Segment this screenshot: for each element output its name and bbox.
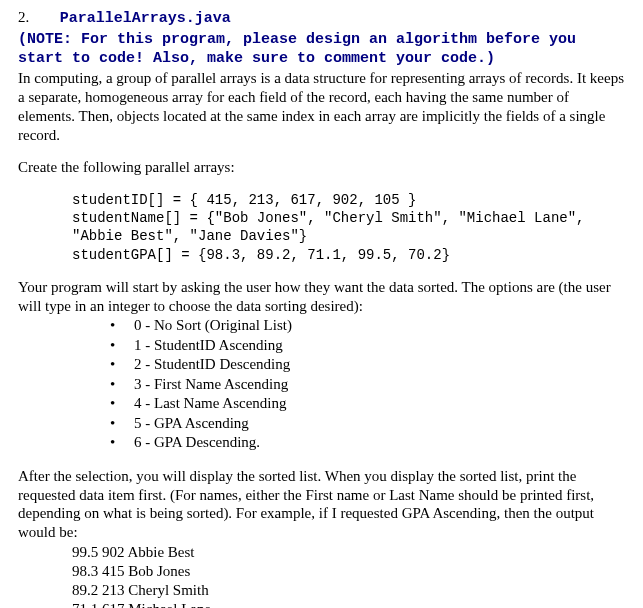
prompt-paragraph: Your program will start by asking the us… [18, 278, 625, 316]
question-number: 2. [18, 8, 56, 27]
options-list: 0 - No Sort (Original List) 1 - StudentI… [110, 316, 625, 453]
list-item: 0 - No Sort (Original List) [110, 316, 625, 336]
after-paragraph: After the selection, you will display th… [18, 467, 625, 542]
output-block: 99.5 902 Abbie Best 98.3 415 Bob Jones 8… [72, 543, 625, 608]
create-arrays-line: Create the following parallel arrays: [18, 158, 625, 177]
intro-paragraph: In computing, a group of parallel arrays… [18, 69, 625, 144]
code-block: studentID[] = { 415, 213, 617, 902, 105 … [72, 191, 625, 264]
list-item: 3 - First Name Ascending [110, 375, 625, 395]
list-item: 5 - GPA Ascending [110, 414, 625, 434]
program-title: ParallelArrays.java [60, 10, 231, 27]
header: 2. ParallelArrays.java [18, 8, 625, 29]
list-item: 1 - StudentID Ascending [110, 336, 625, 356]
list-item: 2 - StudentID Descending [110, 355, 625, 375]
list-item: 4 - Last Name Ascending [110, 394, 625, 414]
note-text: (NOTE: For this program, please design a… [18, 31, 625, 69]
list-item: 6 - GPA Descending. [110, 433, 625, 453]
